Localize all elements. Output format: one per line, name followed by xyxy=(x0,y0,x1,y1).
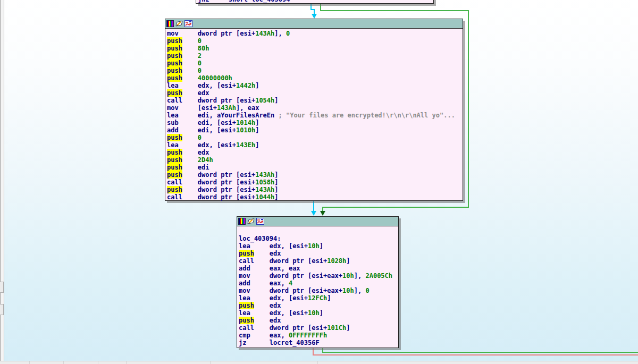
dock-grip[interactable] xyxy=(0,282,4,293)
edge-fail-node2-out xyxy=(313,354,638,355)
dock-grip[interactable] xyxy=(0,304,4,315)
edge-flow-arrow xyxy=(312,14,317,19)
edge-jump-top-to-node2 xyxy=(322,207,323,211)
ida-graph-view: { "app": {"view_name": "disassembly-grap… xyxy=(0,0,638,364)
disassembly-listing[interactable]: jnz short loc_403094 xyxy=(196,0,433,3)
status-bar-divider xyxy=(317,361,318,364)
edge-jump-node2-out xyxy=(322,352,638,353)
group-nodes-icon[interactable] xyxy=(256,218,264,225)
status-bar-divider xyxy=(98,361,98,364)
status-bar-divider xyxy=(126,361,127,364)
node-titlebar[interactable] xyxy=(165,19,463,29)
edge-jump-top-to-node2 xyxy=(468,10,469,208)
basic-block-1[interactable]: mov dword ptr [esi+143Ah], 0push 0push 8… xyxy=(165,19,463,201)
disassembly-listing[interactable]: loc_403094:lea edx, [esi+10h]push edxcal… xyxy=(237,226,398,346)
edge-flow-node1-to-node2 xyxy=(313,201,314,211)
basic-block-top-clipped[interactable]: jnz short loc_403094 xyxy=(196,0,434,4)
graph-canvas[interactable]: jnz short loc_403094 mov dword ptr [esi+… xyxy=(0,0,638,364)
edit-node-icon[interactable] xyxy=(247,218,255,225)
edge-jump-arrow xyxy=(320,211,325,216)
edge-flow-arrow xyxy=(311,211,316,216)
disassembly-listing[interactable]: mov dword ptr [esi+143Ah], 0push 0push 8… xyxy=(165,29,463,201)
basic-block-2[interactable]: loc_403094:lea edx, [esi+10h]push edxcal… xyxy=(237,216,399,348)
set-node-color-icon[interactable] xyxy=(238,218,246,225)
node-titlebar[interactable] xyxy=(237,217,398,226)
edge-jump-top-to-node2 xyxy=(320,10,469,11)
status-bar-divider xyxy=(29,361,30,364)
set-node-color-icon[interactable] xyxy=(166,20,174,27)
edit-node-icon[interactable] xyxy=(175,20,183,27)
group-nodes-icon[interactable] xyxy=(184,20,192,27)
edge-jump-top-to-node2 xyxy=(322,207,469,208)
status-bar-divider xyxy=(63,361,64,364)
status-bar xyxy=(0,361,638,364)
status-bar-divider xyxy=(210,361,211,364)
